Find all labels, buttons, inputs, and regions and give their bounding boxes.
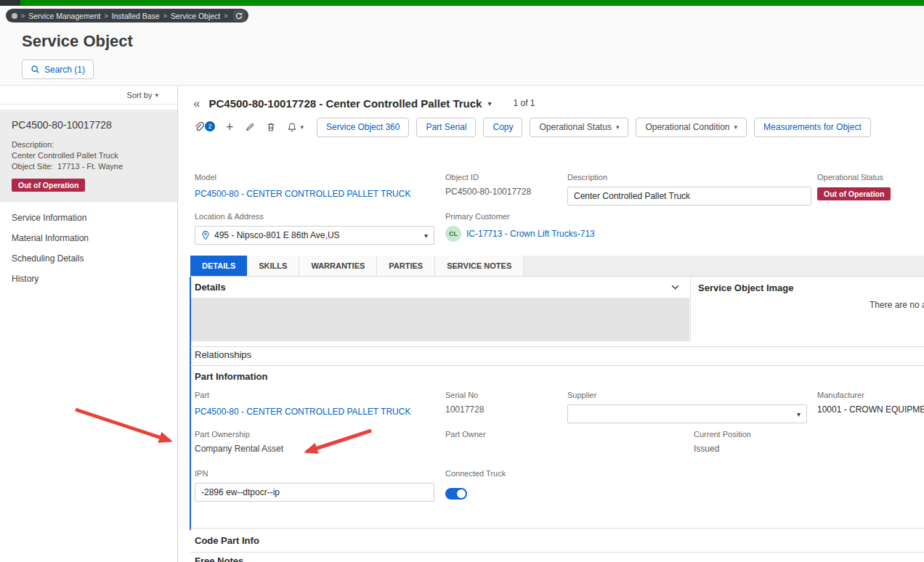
sidebar-item-scheduling-details[interactable]: Scheduling Details: [0, 248, 177, 269]
description-label: Description: [567, 173, 811, 182]
supplier-label: Supplier: [567, 391, 807, 399]
card-description-label: Description:: [12, 139, 166, 150]
location-dropdown[interactable]: 495 - Nipsco-801 E 86th Ave,US ▾: [195, 226, 434, 245]
card-description: Center Controlled Pallet Truck: [12, 150, 166, 161]
measurements-for-object-button[interactable]: Measurements for Object: [754, 118, 871, 137]
sidebar-item-history[interactable]: History: [0, 269, 177, 289]
chevron-down-icon: ▾: [797, 410, 801, 418]
serial-no-label: Serial No: [445, 391, 484, 399]
field-part: Part PC4500-80 - CENTER CONTROLLED PALLE…: [195, 391, 434, 418]
description-input[interactable]: [567, 187, 811, 205]
code-part-info-section-title: Code Part Info: [195, 535, 259, 546]
notifications-bell-icon[interactable]: ▾: [287, 122, 304, 133]
field-location: Location & Address 495 - Nipsco-801 E 86…: [195, 212, 434, 245]
divider: [190, 552, 924, 553]
breadcrumb-item-service-object[interactable]: Service Object: [171, 12, 220, 20]
attachment-count-badge: 2: [205, 121, 215, 131]
service-object-card[interactable]: PC4500-80-10017728 Description: Center C…: [0, 110, 177, 202]
serial-no-value: 10017728: [445, 404, 484, 415]
sidebar-nav: Service Information Material Information…: [0, 208, 177, 289]
operational-condition-dropdown[interactable]: Operational Condition ▾: [636, 118, 747, 137]
field-manufacturer: Manufacturer 10001 - CROWN EQUIPMENT: [817, 391, 924, 415]
field-ipn: IPN: [195, 469, 434, 502]
field-current-position: Current Position Issued: [694, 430, 751, 454]
delete-trash-icon[interactable]: [266, 122, 276, 132]
model-link[interactable]: PC4500-80 - CENTER CONTROLLED PALLET TRU…: [195, 189, 410, 199]
breadcrumb-separator: >: [163, 12, 167, 20]
status-badge: Out of Operation: [12, 179, 85, 192]
sidebar: Sort by ▾ PC4500-80-10017728 Description…: [0, 86, 178, 562]
page-title: Service Object: [22, 32, 133, 51]
record-pager: 1 of 1: [514, 98, 535, 108]
connected-truck-toggle[interactable]: [445, 488, 467, 500]
current-position-value: Issued: [694, 444, 751, 454]
breadcrumb-item-service-management[interactable]: Service Management: [28, 12, 100, 20]
card-object-site: Object Site: 17713 - Ft. Wayne: [12, 161, 166, 172]
ipn-label: IPN: [195, 469, 434, 478]
part-serial-button[interactable]: Part Serial: [416, 118, 476, 137]
service-object-image-panel: Service Object Image There are no a: [690, 277, 924, 341]
primary-customer-label: Primary Customer: [445, 212, 595, 221]
breadcrumb-item-installed-base[interactable]: Installed Base: [112, 12, 160, 20]
attachments-icon[interactable]: 2: [193, 121, 215, 133]
divider: [190, 365, 924, 366]
search-button-label: Search (1): [44, 65, 85, 75]
chevron-down-icon: ▾: [155, 91, 158, 99]
field-object-id: Object ID PC4500-80-10017728: [445, 173, 562, 197]
field-description: Description: [567, 173, 811, 205]
search-icon: [31, 65, 40, 74]
field-primary-customer: Primary Customer CL IC-17713 - Crown Lif…: [445, 212, 595, 242]
location-label: Location & Address: [195, 212, 434, 221]
sidebar-item-material-information[interactable]: Material Information: [0, 228, 177, 248]
tab-warranties[interactable]: WARRANTIES: [299, 256, 377, 276]
connected-truck-label: Connected Truck: [445, 469, 506, 478]
refresh-icon[interactable]: [233, 10, 246, 21]
field-operational-status: Operational Status Out of Operation: [817, 173, 891, 200]
relationships-section-title[interactable]: Relationships: [195, 349, 251, 360]
operational-status-label: Operational Status: [817, 173, 891, 182]
card-title: PC4500-80-10017728: [12, 119, 166, 131]
object-header: « PC4500-80-10017728 - Center Controlled…: [193, 94, 535, 112]
add-icon[interactable]: +: [226, 121, 234, 134]
service-object-360-button[interactable]: Service Object 360: [317, 118, 409, 137]
free-notes-section-title: Free Notes: [195, 555, 243, 562]
part-owner-label: Part Owner: [445, 430, 486, 439]
collapse-details-icon[interactable]: [671, 285, 679, 290]
tab-service-notes[interactable]: SERVICE NOTES: [435, 256, 524, 276]
current-position-label: Current Position: [694, 430, 751, 439]
collapse-panel-icon[interactable]: «: [193, 97, 200, 110]
breadcrumb: > Service Management > Installed Base > …: [6, 9, 248, 23]
breadcrumb-separator: >: [21, 12, 25, 20]
part-information-section-title: Part Information: [195, 371, 267, 382]
location-value: 495 - Nipsco-801 E 86th Ave,US: [214, 230, 340, 240]
search-button[interactable]: Search (1): [22, 60, 94, 79]
model-label: Model: [195, 173, 434, 182]
object-title-chevron-icon[interactable]: ▾: [487, 99, 491, 107]
breadcrumb-separator: >: [224, 12, 227, 20]
customer-avatar: CL: [445, 226, 461, 242]
edit-pencil-icon[interactable]: [245, 122, 255, 132]
top-corner: [0, 0, 20, 6]
field-serial-no: Serial No 10017728: [445, 391, 484, 415]
tab-skills[interactable]: SKILLS: [247, 256, 299, 276]
field-model: Model PC4500-80 - CENTER CONTROLLED PALL…: [195, 173, 434, 200]
supplier-dropdown[interactable]: ▾: [567, 404, 807, 423]
sidebar-item-service-information[interactable]: Service Information: [0, 208, 177, 228]
breadcrumb-home-icon[interactable]: [12, 13, 17, 19]
ipn-input[interactable]: [195, 483, 434, 502]
primary-customer-link[interactable]: IC-17713 - Crown Lift Trucks-713: [466, 229, 595, 239]
chevron-down-icon: ▾: [424, 232, 428, 240]
sort-by-dropdown[interactable]: Sort by ▾: [0, 86, 177, 105]
tab-details[interactable]: DETAILS: [190, 256, 247, 276]
field-part-ownership: Part Ownership Company Rental Asset: [195, 430, 376, 454]
tab-parties[interactable]: PARTIES: [377, 256, 435, 276]
operational-status-dropdown[interactable]: Operational Status ▾: [530, 118, 628, 137]
details-section-header: Details: [191, 277, 689, 298]
part-ownership-label: Part Ownership: [195, 430, 376, 439]
copy-button[interactable]: Copy: [483, 118, 522, 137]
details-empty-area: [191, 298, 689, 341]
toggle-knob: [457, 489, 466, 498]
service-object-page: > Service Management > Installed Base > …: [0, 0, 924, 562]
operational-status-dropdown-label: Operational Status: [539, 122, 611, 132]
part-link[interactable]: PC4500-80 - CENTER CONTROLLED PALLET TRU…: [195, 407, 410, 417]
